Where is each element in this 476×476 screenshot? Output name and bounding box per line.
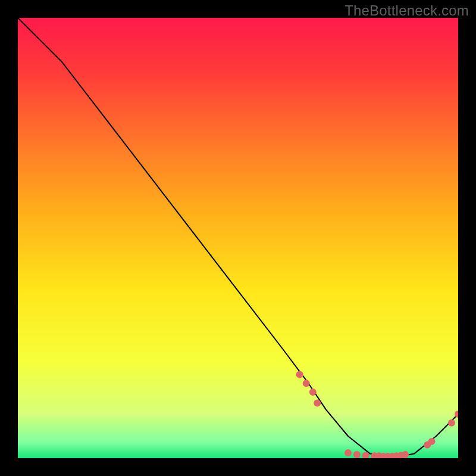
chart-canvas — [18, 18, 458, 458]
chart-frame: TheBottleneck.com — [0, 0, 476, 476]
plot-area — [18, 18, 458, 458]
watermark-text: TheBottleneck.com — [345, 2, 469, 19]
